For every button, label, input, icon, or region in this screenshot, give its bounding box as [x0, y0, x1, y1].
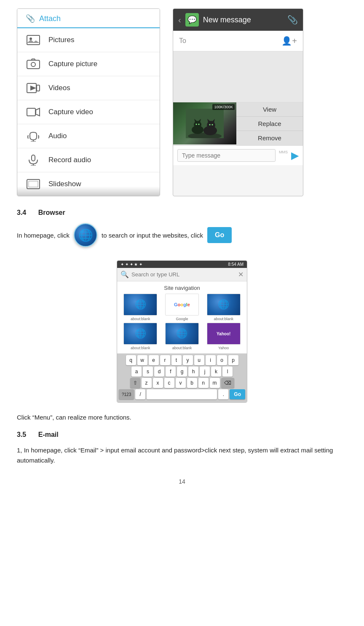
email-description: 1, In homepage, click “Email” > input em…: [17, 445, 347, 465]
attach-icon[interactable]: 📎: [287, 15, 298, 25]
key-v[interactable]: v: [176, 378, 186, 388]
site-label: Yahoo: [218, 346, 229, 350]
keyboard-row-4: ?123 / . Go: [119, 389, 245, 399]
keyboard-row-2: a s d f g h j k l: [119, 367, 245, 377]
add-contact-icon[interactable]: 👤+: [281, 36, 297, 46]
keyboard-row-1: q w e r t y u i o p: [119, 355, 245, 365]
list-item[interactable]: Yahoo! Yahoo: [203, 323, 244, 350]
body-text-after: to search or input the websites, click: [102, 232, 203, 239]
site-label: about:blank: [131, 346, 150, 350]
go-button[interactable]: Go: [207, 227, 232, 243]
browser-description: In homepage, click 🌐 to search or input …: [17, 223, 347, 247]
key-slash[interactable]: /: [135, 389, 145, 399]
key-t[interactable]: t: [171, 355, 182, 365]
key-e[interactable]: e: [149, 355, 159, 365]
view-button[interactable]: View: [236, 102, 303, 117]
list-item[interactable]: Videos: [17, 76, 160, 100]
key-shift[interactable]: ⇧: [130, 378, 140, 388]
svg-marker-5: [30, 86, 36, 91]
list-item[interactable]: 🌐 about:blank: [203, 294, 244, 321]
section-title: Browser: [38, 209, 65, 216]
key-i[interactable]: i: [206, 355, 216, 365]
remove-button[interactable]: Remove: [236, 131, 303, 145]
key-g[interactable]: g: [177, 367, 187, 377]
key-n[interactable]: n: [198, 378, 209, 388]
key-s[interactable]: s: [143, 367, 153, 377]
new-message-screenshot: ‹ 💬 New message 📎 To 👤+: [173, 8, 303, 196]
key-m[interactable]: m: [210, 378, 220, 388]
list-item[interactable]: 🌐 about:blank: [120, 294, 161, 321]
time: 8:54 AM: [228, 262, 244, 267]
clear-icon[interactable]: ✕: [238, 270, 244, 278]
svg-marker-8: [36, 108, 40, 116]
svg-point-19: [194, 121, 201, 128]
site-label: about:blank: [131, 317, 150, 321]
status-bar: ✦ ✦ ✦ ★ ✦ 8:54 AM: [117, 261, 247, 268]
key-r[interactable]: r: [160, 355, 170, 365]
list-item[interactable]: 🌐 about:blank: [120, 323, 161, 350]
type-message-input[interactable]: [177, 149, 276, 162]
list-item[interactable]: 🌐 about:blank: [162, 323, 202, 350]
site-label: Google: [176, 317, 188, 321]
list-item[interactable]: Audio: [17, 124, 160, 148]
key-o[interactable]: o: [217, 355, 227, 365]
key-backspace[interactable]: ⌫: [221, 378, 234, 388]
svg-point-26: [196, 124, 197, 125]
attachment-area: 100K/300K View Replace Remove: [173, 102, 303, 145]
site-thumbnail: Yahoo!: [207, 323, 241, 345]
key-f[interactable]: f: [166, 367, 176, 377]
key-go[interactable]: Go: [230, 389, 245, 399]
key-c[interactable]: c: [164, 378, 174, 388]
site-thumbnail: 🌐: [207, 294, 241, 316]
browser-screenshot: ✦ ✦ ✦ ★ ✦ 8:54 AM 🔍 ✕ Site navigation 🌐 …: [117, 260, 247, 403]
site-thumbnail: 🌐: [123, 294, 157, 316]
key-b[interactable]: b: [187, 378, 197, 388]
key-period[interactable]: .: [218, 389, 228, 399]
capture-video-label: Capture video: [48, 108, 93, 116]
section-35-header: 3.5 E-mail: [17, 431, 347, 439]
search-bar[interactable]: 🔍 ✕: [117, 268, 247, 281]
slideshow-icon: [26, 178, 41, 190]
audio-label: Audio: [48, 132, 67, 140]
key-y[interactable]: y: [183, 355, 193, 365]
key-h[interactable]: h: [188, 367, 198, 377]
file-size-badge: 100K/300K: [212, 104, 235, 110]
message-app-icon: 💬: [185, 13, 199, 27]
svg-rect-2: [27, 60, 40, 69]
key-x[interactable]: x: [153, 378, 163, 388]
key-a[interactable]: a: [131, 367, 142, 377]
key-l[interactable]: l: [222, 367, 233, 377]
site-thumbnail: 🌐: [165, 323, 199, 345]
pictures-label: Pictures: [48, 36, 74, 44]
search-input[interactable]: [131, 271, 236, 278]
list-item[interactable]: Record audio: [17, 148, 160, 172]
key-p[interactable]: p: [228, 355, 238, 365]
svg-rect-7: [27, 108, 35, 116]
attach-menu-screenshot: 📎 Attach Pictures: [17, 8, 160, 196]
replace-button[interactable]: Replace: [236, 117, 303, 131]
svg-rect-11: [32, 155, 35, 161]
list-item[interactable]: Slideshow: [17, 172, 160, 196]
key-123[interactable]: ?123: [119, 389, 134, 399]
photo-thumbnail: 100K/300K: [173, 102, 236, 144]
capture-video-icon: [26, 106, 41, 118]
key-z[interactable]: z: [142, 378, 152, 388]
key-k[interactable]: k: [211, 367, 221, 377]
list-item[interactable]: Capture picture: [17, 52, 160, 76]
key-w[interactable]: w: [137, 355, 147, 365]
to-field-row[interactable]: To 👤+: [173, 31, 303, 51]
send-button[interactable]: ▶: [291, 150, 299, 161]
list-item[interactable]: Pictures: [17, 28, 160, 52]
message-footer: MMS ▶: [173, 145, 303, 165]
list-item[interactable]: Capture video: [17, 100, 160, 124]
key-j[interactable]: j: [200, 367, 210, 377]
key-q[interactable]: q: [126, 355, 136, 365]
site-navigation-title: Site navigation: [117, 281, 247, 294]
key-u[interactable]: u: [194, 355, 204, 365]
capture-picture-label: Capture picture: [48, 60, 97, 68]
key-d[interactable]: d: [154, 367, 164, 377]
back-button[interactable]: ‹: [178, 15, 181, 25]
list-item[interactable]: Google Google: [162, 294, 202, 321]
key-space[interactable]: [147, 389, 217, 399]
svg-rect-0: [27, 35, 40, 45]
